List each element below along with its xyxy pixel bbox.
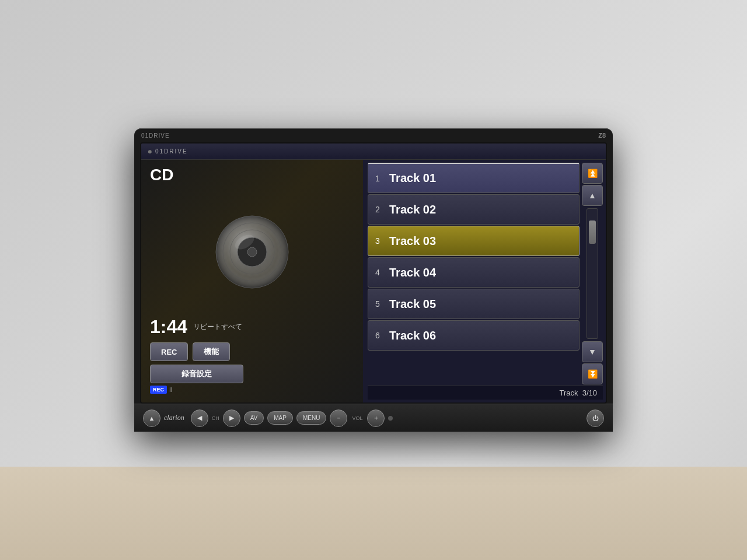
- vol-plus-button[interactable]: ＋: [367, 410, 385, 427]
- cd-source-label: CD: [150, 166, 354, 184]
- map-button[interactable]: MAP: [267, 411, 293, 425]
- rec-indicator: REC II: [150, 386, 354, 394]
- track-item[interactable]: 5 Track 05: [368, 289, 580, 319]
- power-button[interactable]: ⏻: [587, 410, 604, 427]
- physical-controls-bar: ▲ clarion ◀ CH ▶ AV MAP MENU － VOL ＋ ⏻: [134, 404, 613, 432]
- track-number: 6: [375, 331, 385, 340]
- track-number: 1: [375, 174, 385, 183]
- screen-container: ⏺ 01DRIVE CD: [140, 142, 607, 404]
- track-status-label: Track 3/10: [559, 388, 597, 397]
- track-item[interactable]: 6 Track 06: [368, 320, 580, 351]
- rec-badge: REC: [150, 386, 167, 394]
- device-model-label: Z8: [598, 132, 606, 139]
- scroll-track: [587, 208, 598, 339]
- track-item[interactable]: 2 Track 02: [368, 194, 580, 225]
- control-buttons-row: REC 機能: [150, 342, 354, 361]
- track-title: Track 04: [389, 266, 436, 279]
- repeat-label: リピートすべて: [193, 322, 242, 332]
- track-title: Track 03: [389, 235, 436, 248]
- ch-prev-button[interactable]: ◀: [191, 410, 208, 427]
- function-button[interactable]: 機能: [193, 342, 230, 361]
- track-number: 4: [375, 268, 385, 277]
- scroll-bar-area: ⏫ ▲ ▼ ⏬: [582, 163, 603, 384]
- bottom-controls: 1:44 リピートすべて REC 機能 録音設定 REC II: [150, 316, 354, 397]
- eject-button[interactable]: ▲: [143, 410, 160, 427]
- dot-indicator: [388, 416, 393, 421]
- left-panel: CD: [141, 160, 363, 402]
- track-title: Track 02: [389, 203, 436, 216]
- status-bar: Track 3/10: [368, 386, 603, 400]
- device-top-bar: 01DRIVE Z8: [134, 128, 613, 142]
- track-number: 2: [375, 205, 385, 214]
- cd-disc-svg: [214, 214, 290, 290]
- ch-next-button[interactable]: ▶: [223, 410, 240, 427]
- track-title: Track 05: [389, 298, 436, 311]
- clarion-logo: clarion: [164, 414, 184, 422]
- rec-button[interactable]: REC: [150, 342, 188, 361]
- menu-button[interactable]: MENU: [296, 411, 326, 425]
- scroll-up-button[interactable]: ▲: [582, 185, 603, 206]
- record-settings-button[interactable]: 録音設定: [150, 365, 243, 383]
- cd-art-area: [150, 187, 354, 316]
- track-item[interactable]: 4 Track 04: [368, 257, 580, 288]
- device-brand-label: 01DRIVE: [141, 132, 170, 139]
- rec-pause-icon: II: [169, 387, 173, 393]
- cd-disc: [214, 214, 290, 290]
- time-display: 1:44: [150, 316, 187, 338]
- av-button[interactable]: AV: [244, 411, 264, 425]
- vol-label: VOL: [352, 415, 362, 421]
- track-title: Track 01: [389, 172, 436, 185]
- drive-icon: ⏺: [147, 149, 153, 155]
- track-item-active[interactable]: 3 Track 03: [368, 226, 580, 256]
- vol-minus-button[interactable]: －: [330, 410, 347, 427]
- time-repeat-row: 1:44 リピートすべて: [150, 316, 354, 338]
- screen-brand: ⏺ 01DRIVE: [147, 148, 188, 155]
- ch-label: CH: [212, 415, 219, 421]
- track-title: Track 06: [389, 329, 436, 342]
- track-list: 1 Track 01 2 Track 02 3 Track: [368, 163, 580, 384]
- scroll-bottom-button[interactable]: ⏬: [582, 363, 603, 384]
- car-stereo-device: 01DRIVE Z8 ⏺ 01DRIVE CD: [134, 128, 613, 432]
- right-panel: 1 Track 01 2 Track 02 3 Track: [363, 160, 606, 402]
- svg-point-5: [247, 247, 257, 257]
- scroll-top-button[interactable]: ⏫: [582, 163, 603, 184]
- main-screen: ⏺ 01DRIVE CD: [141, 144, 606, 402]
- track-list-area: 1 Track 01 2 Track 02 3 Track: [368, 163, 603, 384]
- track-number: 3: [375, 236, 385, 246]
- scroll-down-button[interactable]: ▼: [582, 341, 603, 362]
- track-item[interactable]: 1 Track 01: [368, 163, 580, 193]
- track-number: 5: [375, 299, 385, 309]
- scroll-thumb: [589, 220, 596, 244]
- screen-main-content: CD: [141, 160, 606, 402]
- screen-header: ⏺ 01DRIVE: [141, 144, 606, 160]
